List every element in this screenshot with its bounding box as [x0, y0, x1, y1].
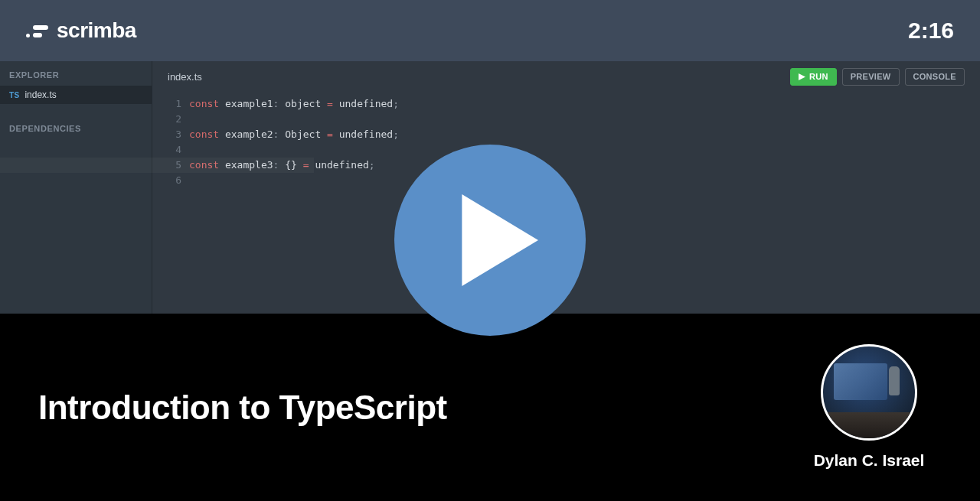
preview-button[interactable]: PREVIEW: [842, 68, 900, 86]
code-line: [189, 112, 980, 127]
svg-marker-3: [799, 73, 805, 80]
line-number: 4: [152, 142, 181, 158]
explorer-header: EXPLORER: [0, 61, 152, 86]
ts-badge-icon: TS: [9, 91, 19, 99]
preview-label: PREVIEW: [851, 72, 891, 81]
instructor-avatar[interactable]: [821, 344, 917, 441]
sidebar: EXPLORER TS index.ts DEPENDENCIES: [0, 61, 152, 314]
lesson-hero: Introduction to TypeScript Dylan C. Isra…: [0, 314, 980, 501]
play-button[interactable]: [394, 145, 586, 336]
line-number: 6: [152, 173, 181, 188]
dependencies-header: DEPENDENCIES: [0, 115, 152, 139]
file-entry[interactable]: TS index.ts: [0, 86, 152, 104]
svg-rect-1: [33, 25, 48, 30]
code-line: [189, 142, 980, 158]
svg-rect-2: [33, 33, 42, 37]
top-bar: scrimba 2:16: [0, 0, 980, 61]
scrimba-logo-icon: [26, 23, 49, 38]
code-line: const example1: object = undefined;: [189, 96, 980, 112]
code-line: [189, 173, 980, 188]
console-label: CONSOLE: [913, 72, 957, 81]
line-number: 1: [152, 96, 181, 112]
timestamp: 2:16: [908, 18, 954, 44]
run-button[interactable]: RUN: [790, 68, 837, 86]
code-line: const example2: Object = undefined;: [189, 127, 980, 142]
line-gutter: 123456: [152, 96, 189, 314]
instructor-block: Dylan C. Israel: [804, 344, 934, 470]
file-name: index.ts: [24, 89, 56, 100]
svg-rect-0: [26, 34, 30, 37]
svg-marker-4: [462, 194, 538, 286]
file-tab-bar: index.ts RUN PREVIEW CONSOLE: [152, 61, 980, 92]
line-number: 5: [152, 158, 181, 173]
console-button[interactable]: CONSOLE: [905, 68, 965, 86]
play-icon: [799, 73, 805, 80]
run-label: RUN: [809, 72, 828, 81]
brand[interactable]: scrimba: [26, 18, 136, 43]
play-icon: [451, 194, 543, 286]
instructor-name: Dylan C. Israel: [814, 451, 925, 470]
code-content: const example1: object = undefined; cons…: [189, 96, 980, 314]
file-tab[interactable]: index.ts: [168, 63, 202, 90]
line-number: 3: [152, 127, 181, 142]
line-number: 2: [152, 112, 181, 127]
code-line: const example3: {} = undefined;: [189, 158, 980, 173]
brand-name: scrimba: [57, 18, 136, 43]
editor-toolbar: RUN PREVIEW CONSOLE: [790, 68, 965, 86]
